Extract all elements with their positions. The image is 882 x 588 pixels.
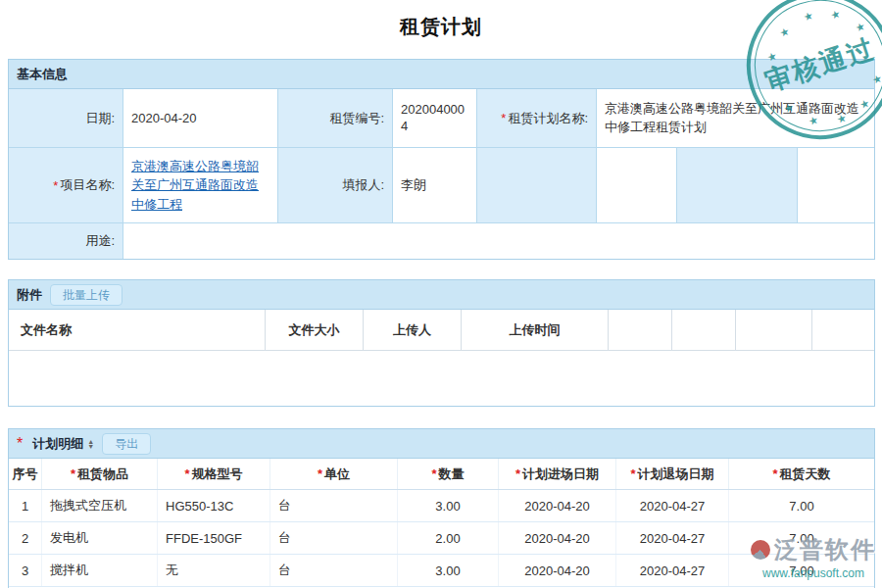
- reporter-label-text: 填报人:: [342, 176, 384, 194]
- page: 租赁计划 基本信息 日期: 2020-04-20 租赁编号: 202004000…: [0, 0, 882, 588]
- details-cell: 7.00: [729, 522, 874, 554]
- required-mark: *: [772, 466, 777, 481]
- details-col-header-3: *单位: [270, 459, 398, 489]
- details-cell: 2020-04-20: [499, 490, 616, 521]
- details-cell: 2020-04-27: [616, 522, 729, 554]
- plan-details-title: 计划明细: [32, 435, 83, 453]
- details-cell: 拖拽式空压机: [42, 490, 158, 521]
- date-label-text: 日期:: [85, 110, 115, 127]
- required-mark: *: [431, 466, 436, 481]
- details-cell: 7.00: [729, 490, 874, 521]
- attachments-col-header-1: 文件大小: [266, 310, 364, 350]
- details-col-label: 计划进场日期: [522, 466, 599, 483]
- basic-info-section: 基本信息 日期: 2020-04-20 租赁编号: 2020040004 * 租…: [8, 59, 875, 260]
- project-name-label-text: 项目名称:: [60, 176, 115, 194]
- details-col-label: 规格型号: [192, 466, 243, 483]
- details-col-header-7: *租赁天数: [729, 459, 874, 489]
- attachments-col-header-empty-1: [672, 310, 736, 350]
- details-table-row-1[interactable]: 1拖拽式空压机HG550-13C台3.002020-04-202020-04-2…: [9, 490, 874, 522]
- required-mark: *: [318, 466, 322, 481]
- attachments-empty-body: [9, 351, 874, 406]
- details-col-header-6: *计划退场日期: [616, 459, 729, 489]
- attachments-col-header-empty-0: [609, 310, 672, 350]
- basic-info-row-1: 日期: 2020-04-20 租赁编号: 2020040004 * 租赁计划名称…: [9, 89, 874, 148]
- basic-info-header-bar: 基本信息: [9, 60, 874, 89]
- details-cell: 搅拌机: [42, 555, 158, 586]
- details-col-header-0: 序号: [9, 459, 42, 489]
- details-col-label: 计划退场日期: [638, 466, 714, 483]
- details-cell: 台: [270, 490, 398, 521]
- reporter-label: 填报人:: [278, 148, 393, 223]
- details-cell: 2020-04-27: [616, 555, 729, 586]
- empty-label-cell-2: [677, 148, 798, 223]
- empty-value-cell-1: [597, 148, 677, 223]
- details-cell: 2020-04-20: [499, 555, 616, 586]
- details-cell: 7.00: [729, 555, 874, 586]
- details-col-label: 租赁物品: [77, 466, 128, 483]
- attachments-title: 附件: [17, 286, 42, 304]
- plan-name-value: 京港澳高速公路粤境韶关至广州互通路面改造中修工程租赁计划: [597, 89, 874, 148]
- purpose-value: [123, 223, 874, 259]
- attachments-col-header-0: 文件名称: [9, 310, 266, 350]
- details-cell: 2020-04-27: [616, 490, 729, 521]
- plan-name-label: * 租赁计划名称:: [477, 89, 597, 148]
- basic-info-row-3: 用途:: [9, 223, 874, 259]
- sort-icon[interactable]: ▲ ▼: [87, 439, 94, 449]
- details-col-header-5: *计划进场日期: [499, 459, 616, 489]
- details-cell: 台: [270, 522, 398, 554]
- required-mark: *: [71, 466, 75, 481]
- details-cell: 3.00: [398, 555, 499, 586]
- details-cell: 3: [9, 555, 42, 586]
- required-mark: *: [501, 111, 506, 125]
- attachments-col-header-3: 上传时间: [462, 310, 609, 350]
- empty-label-cell-1: [477, 148, 597, 223]
- rental-code-label-text: 租赁编号:: [329, 110, 384, 127]
- details-col-header-2: *规格型号: [158, 459, 270, 489]
- plan-details-section: * 计划明细 ▲ ▼ 导出 序号*租赁物品*规格型号*单位*数量*计划进场日期*…: [8, 428, 875, 588]
- required-mark: *: [53, 178, 58, 193]
- required-mark: *: [515, 466, 520, 481]
- rental-code-label: 租赁编号:: [278, 89, 393, 148]
- purpose-label-text: 用途:: [85, 232, 115, 250]
- purpose-label: 用途:: [9, 223, 123, 259]
- details-col-label: 租赁天数: [780, 466, 831, 483]
- details-col-label: 单位: [324, 466, 350, 483]
- attachments-header-row: 文件名称文件大小上传人上传时间: [9, 310, 874, 351]
- details-cell: FFDE-150GF: [158, 522, 270, 554]
- date-value: 2020-04-20: [123, 89, 278, 148]
- project-name-cell: 京港澳高速公路粤境韶关至广州互通路面改造中修工程: [123, 148, 278, 223]
- required-mark: *: [17, 435, 23, 453]
- details-header-row: 序号*租赁物品*规格型号*单位*数量*计划进场日期*计划退场日期*租赁天数: [9, 459, 874, 490]
- attachments-section: 附件 批量上传 文件名称文件大小上传人上传时间: [8, 279, 875, 407]
- rental-code-value: 2020040004: [393, 89, 477, 148]
- details-cell: 3.00: [398, 490, 499, 521]
- details-cell: 发电机: [42, 522, 158, 554]
- details-table-row-2[interactable]: 2发电机FFDE-150GF台2.002020-04-202020-04-277…: [9, 522, 874, 555]
- details-cell: 2.00: [398, 522, 499, 554]
- required-mark: *: [184, 466, 189, 481]
- details-col-label: 数量: [439, 466, 465, 483]
- project-name-link[interactable]: 京港澳高速公路粤境韶关至广州互通路面改造中修工程: [131, 157, 270, 215]
- required-mark: *: [630, 466, 635, 481]
- basic-info-title: 基本信息: [17, 66, 68, 83]
- export-button[interactable]: 导出: [102, 433, 151, 455]
- attachments-col-header-empty-2: [736, 310, 812, 350]
- details-cell: 台: [270, 555, 398, 586]
- plan-name-label-text: 租赁计划名称:: [508, 110, 588, 127]
- details-table-row-3[interactable]: 3搅拌机无台3.002020-04-202020-04-277.00: [9, 555, 874, 587]
- basic-info-row-2: * 项目名称: 京港澳高速公路粤境韶关至广州互通路面改造中修工程 填报人: 李朗: [9, 148, 874, 223]
- attachments-col-header-empty-3: [812, 310, 874, 350]
- batch-upload-button[interactable]: 批量上传: [50, 284, 122, 306]
- attachments-header-bar: 附件 批量上传: [9, 280, 874, 310]
- empty-value-cell-2: [798, 148, 874, 223]
- details-body: 1拖拽式空压机HG550-13C台3.002020-04-202020-04-2…: [9, 490, 874, 587]
- details-cell: 2: [9, 522, 42, 554]
- page-title: 租赁计划: [0, 0, 882, 40]
- details-col-header-4: *数量: [398, 459, 499, 489]
- details-col-label: 序号: [13, 466, 38, 483]
- attachments-col-header-2: 上传人: [364, 310, 462, 350]
- details-cell: 2020-04-20: [499, 522, 616, 554]
- details-cell: 无: [158, 555, 270, 586]
- plan-details-header-bar: * 计划明细 ▲ ▼ 导出: [9, 429, 874, 459]
- date-label: 日期:: [9, 89, 123, 148]
